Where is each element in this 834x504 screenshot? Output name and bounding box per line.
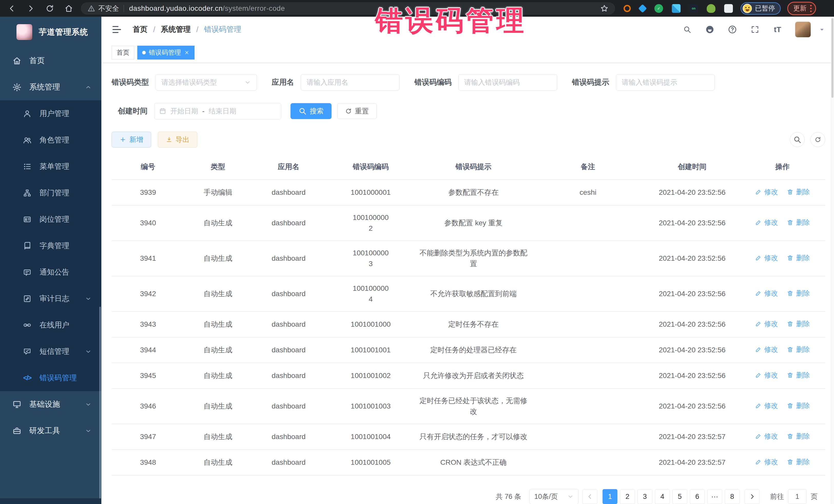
- breadcrumb-home[interactable]: 首页: [133, 24, 148, 35]
- search-button[interactable]: 搜索: [290, 103, 332, 119]
- edit-link[interactable]: 修改: [755, 288, 778, 299]
- home-icon[interactable]: [64, 4, 73, 13]
- window-scrollbar[interactable]: [831, 17, 834, 504]
- add-button[interactable]: 新增: [112, 132, 151, 148]
- sidebar-item-menu-management[interactable]: 菜单管理: [0, 153, 101, 180]
- page-button-6[interactable]: 6: [690, 489, 705, 504]
- delete-link[interactable]: 删除: [787, 288, 810, 299]
- bookmark-star-icon[interactable]: [600, 4, 609, 13]
- reload-icon[interactable]: [45, 4, 54, 13]
- sidebar-item-user-management[interactable]: 用户管理: [0, 100, 101, 127]
- error-msg-input[interactable]: [622, 79, 709, 86]
- fullscreen-icon[interactable]: [750, 24, 760, 35]
- users-icon: [23, 135, 32, 145]
- browser-update-button[interactable]: 更新: [787, 2, 816, 15]
- reset-button[interactable]: 重置: [337, 103, 377, 119]
- tag-item[interactable]: 首页: [112, 46, 134, 60]
- page-button-5[interactable]: 5: [672, 489, 687, 504]
- sidebar-item-error-code-management[interactable]: </>错误码管理: [0, 365, 101, 391]
- export-button[interactable]: 导出: [158, 132, 197, 148]
- error-type-select[interactable]: 请选择错误码类型: [155, 74, 257, 91]
- delete-link[interactable]: 删除: [787, 457, 810, 467]
- app-name-input[interactable]: [307, 79, 394, 86]
- edit-link[interactable]: 修改: [755, 319, 778, 329]
- page-button-3[interactable]: 3: [637, 489, 652, 504]
- edit-link[interactable]: 修改: [755, 344, 778, 355]
- page-size-select[interactable]: 10条/页: [529, 489, 579, 504]
- cell-code: 1001001001: [326, 337, 415, 363]
- delete-link[interactable]: 删除: [787, 431, 810, 442]
- delete-link[interactable]: 删除: [787, 217, 810, 228]
- browser-menu-icon[interactable]: [810, 5, 812, 12]
- error-code-input[interactable]: [464, 79, 551, 86]
- app-logo[interactable]: 芋道管理系统: [0, 17, 101, 47]
- sidebar-item-system-management[interactable]: 系统管理: [0, 74, 101, 100]
- green-key-ext-icon[interactable]: [707, 4, 716, 13]
- orange-ring-ext-icon[interactable]: [623, 5, 631, 12]
- blue-gem-ext-icon[interactable]: [638, 4, 647, 13]
- search-icon[interactable]: [682, 24, 692, 35]
- browser-profile-button[interactable]: 已暂停: [741, 2, 781, 15]
- sidebar-item-sms-management[interactable]: 短信管理: [0, 338, 101, 365]
- page-button-2[interactable]: 2: [620, 489, 635, 504]
- sidebar-item-home[interactable]: 首页: [0, 47, 101, 74]
- sidebar-item-infrastructure[interactable]: 基础设施: [0, 391, 101, 418]
- page-ellipsis-button[interactable]: ···: [707, 489, 722, 504]
- breadcrumb-system[interactable]: 系统管理: [161, 24, 191, 35]
- edit-link[interactable]: 修改: [755, 217, 778, 228]
- sidebar-item-dict-management[interactable]: 字典管理: [0, 233, 101, 259]
- refresh-table-button[interactable]: [810, 132, 825, 147]
- avatar-caret-down-icon[interactable]: [819, 26, 825, 33]
- scrollbar-thumb[interactable]: [831, 18, 833, 98]
- blue-grid-ext-icon[interactable]: [672, 4, 681, 13]
- sidebar-item-label: 系统管理: [29, 82, 60, 92]
- delete-trash-icon: [787, 433, 793, 440]
- edit-link[interactable]: 修改: [755, 431, 778, 442]
- sidebar-scrollbar[interactable]: [99, 307, 101, 502]
- tag-close-icon[interactable]: [184, 50, 190, 56]
- puzzle-ext-icon[interactable]: [724, 4, 733, 13]
- user-avatar[interactable]: [795, 22, 811, 38]
- security-label[interactable]: 不安全: [98, 4, 119, 13]
- delete-link[interactable]: 删除: [787, 319, 810, 329]
- edit-link[interactable]: 修改: [755, 253, 778, 263]
- create-time-range-picker[interactable]: 开始日期 - 结束日期: [154, 103, 281, 119]
- goto-page-input[interactable]: [788, 489, 807, 504]
- sidebar-item-online-users[interactable]: 在线用户: [0, 312, 101, 338]
- edit-link[interactable]: 修改: [755, 370, 778, 380]
- sidebar-item-dev-tools[interactable]: 研发工具: [0, 418, 101, 444]
- error-type-placeholder: 请选择错误码类型: [161, 78, 217, 87]
- page-button-8[interactable]: 8: [725, 489, 740, 504]
- address-bar[interactable]: 不安全 dashboard.yudao.iocoder.cn/system/er…: [81, 3, 615, 14]
- url-text[interactable]: dashboard.yudao.iocoder.cn/system/error-…: [129, 4, 285, 13]
- delete-link[interactable]: 删除: [787, 253, 810, 263]
- sidebar-item-dept-management[interactable]: 部门管理: [0, 180, 101, 206]
- prev-page-button[interactable]: [583, 489, 597, 504]
- delete-link[interactable]: 删除: [787, 344, 810, 355]
- forward-icon[interactable]: [26, 4, 36, 13]
- next-page-button[interactable]: [745, 489, 760, 504]
- delete-link[interactable]: 删除: [787, 370, 810, 380]
- back-icon[interactable]: [7, 4, 17, 13]
- page-button-1[interactable]: 1: [602, 489, 617, 504]
- delete-link[interactable]: 删除: [787, 187, 810, 197]
- green-check-ext-icon[interactable]: ✓: [654, 4, 663, 13]
- hamburger-icon[interactable]: [112, 24, 122, 35]
- page-button-4[interactable]: 4: [655, 489, 670, 504]
- font-size-icon[interactable]: tT: [772, 24, 783, 35]
- sidebar-item-notice-announcement[interactable]: 通知公告: [0, 259, 101, 285]
- edit-link[interactable]: 修改: [755, 187, 778, 197]
- not-secure-warning-icon[interactable]: [88, 5, 95, 12]
- dark-on-ext-icon[interactable]: on: [689, 4, 698, 13]
- show-search-toggle-button[interactable]: [790, 132, 805, 147]
- edit-link[interactable]: 修改: [755, 457, 778, 467]
- edit-link[interactable]: 修改: [755, 400, 778, 411]
- tag-active[interactable]: 错误码管理: [137, 46, 195, 60]
- sidebar-item-role-management[interactable]: 角色管理: [0, 127, 101, 153]
- sidebar-item-post-management[interactable]: 岗位管理: [0, 206, 101, 233]
- delete-link[interactable]: 删除: [787, 400, 810, 411]
- help-icon[interactable]: [727, 24, 738, 35]
- sidebar-item-audit-log[interactable]: 审计日志: [0, 285, 101, 312]
- page-size-value: 10条/页: [534, 492, 558, 501]
- github-icon[interactable]: [705, 24, 715, 35]
